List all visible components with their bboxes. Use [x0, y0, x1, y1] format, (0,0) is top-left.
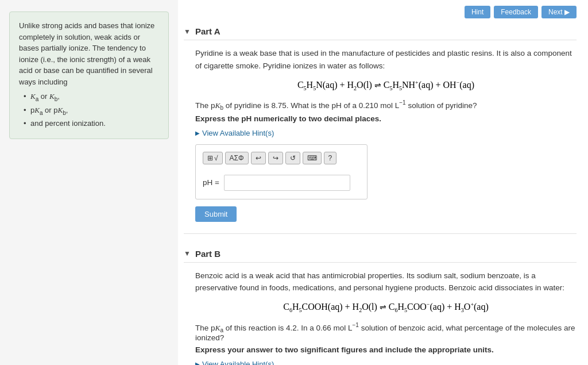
part-b-body: Benzoic acid is a weak acid that has ant…	[184, 270, 577, 365]
part-a-description: Pyridine is a weak base that is used in …	[195, 47, 577, 72]
sidebar-bullet-3: and percent ionization.	[24, 118, 159, 129]
part-a-undo-btn[interactable]: ↩	[251, 152, 266, 164]
part-b-header: ▼ Part B	[184, 245, 577, 263]
part-a-redo-btn[interactable]: ↪	[268, 152, 283, 164]
part-a-input-label: pH =	[203, 178, 219, 187]
part-a-greek-btn[interactable]: ΑΣΦ	[225, 152, 249, 164]
part-a-help-btn[interactable]: ?	[324, 152, 337, 164]
part-b-equation: C6H5COOH(aq) + H2O(l) ⇌ C6H5COO−(aq) + H…	[195, 301, 577, 314]
help-icon: ?	[328, 154, 332, 162]
main-content: Hint Feedback Next ▶ ▼ Part A Pyridine i…	[178, 0, 588, 365]
part-a-keyboard-btn[interactable]: ⌨	[303, 152, 322, 164]
part-a-matrix-btn[interactable]: ⊞ √	[203, 152, 223, 164]
part-a-title: Part A	[195, 26, 220, 36]
part-b-question: The pKa of this reaction is 4.2. In a 0.…	[195, 322, 577, 342]
part-b-hints-link[interactable]: View Available Hint(s)	[195, 360, 577, 365]
part-a-section: ▼ Part A Pyridine is a weak base that is…	[184, 23, 577, 234]
sidebar-description: Unlike strong acids and bases that ioniz…	[19, 20, 159, 87]
sidebar-bullet-1: Ka or Kb,	[24, 91, 159, 103]
part-a-question: The pKb of pyridine is 8.75. What is the…	[195, 99, 577, 111]
sidebar-info-box: Unlike strong acids and bases that ioniz…	[9, 11, 169, 139]
part-a-input-row: pH =	[200, 171, 362, 194]
part-a-refresh-btn[interactable]: ↺	[285, 152, 300, 164]
feedback-button[interactable]: Feedback	[494, 6, 538, 18]
undo-icon: ↩	[256, 154, 261, 162]
sidebar-bullet-2: pKa or pKb,	[24, 105, 159, 117]
part-b-instruction: Express your answer to two significant f…	[195, 345, 577, 354]
top-actions: Hint Feedback Next ▶	[184, 6, 577, 18]
greek-icon: ΑΣΦ	[230, 154, 244, 162]
part-a-body: Pyridine is a weak base that is used in …	[184, 47, 577, 222]
part-a-equation: C5H5N(aq) + H2O(l) ⇌ C5H5NH+(aq) + OH−(a…	[195, 79, 577, 91]
part-a-answer-box: ⊞ √ ΑΣΦ ↩ ↪ ↺ ⌨	[195, 144, 368, 199]
part-a-answer-input[interactable]	[224, 175, 350, 191]
matrix-icon: ⊞	[207, 154, 213, 162]
part-a-toolbar: ⊞ √ ΑΣΦ ↩ ↪ ↺ ⌨	[200, 149, 362, 167]
sqrt-icon: √	[214, 154, 218, 162]
part-a-collapse-arrow[interactable]: ▼	[184, 28, 191, 36]
part-b-title: Part B	[195, 249, 220, 259]
part-a-submit-button[interactable]: Submit	[195, 206, 237, 222]
refresh-icon: ↺	[290, 154, 296, 162]
part-a-instruction: Express the pH numerically to two decima…	[195, 114, 577, 123]
part-a-header: ▼ Part A	[184, 23, 577, 40]
next-button[interactable]: Next ▶	[541, 6, 577, 18]
redo-icon: ↪	[273, 154, 278, 162]
part-a-hints-link[interactable]: View Available Hint(s)	[195, 129, 577, 137]
part-b-collapse-arrow[interactable]: ▼	[184, 249, 191, 258]
hint-button[interactable]: Hint	[465, 6, 490, 18]
keyboard-icon: ⌨	[307, 154, 317, 162]
part-b-section: ▼ Part B Benzoic acid is a weak acid tha…	[184, 245, 577, 365]
part-b-description: Benzoic acid is a weak acid that has ant…	[195, 270, 577, 294]
